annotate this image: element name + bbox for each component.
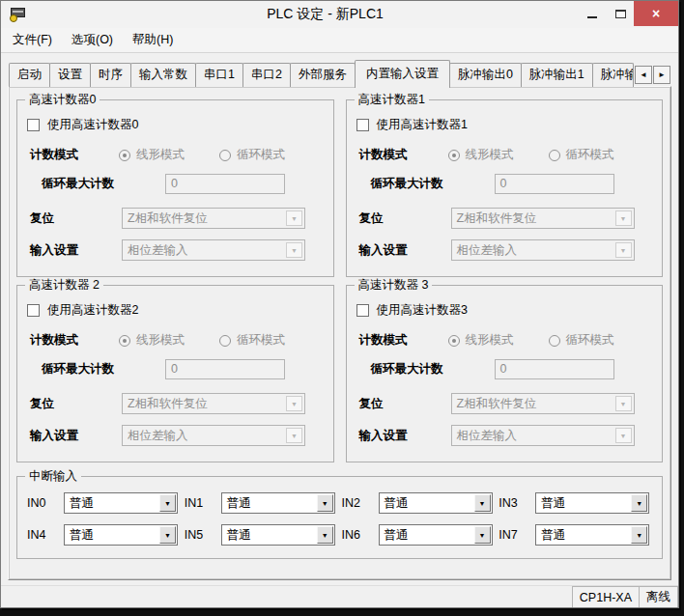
use-counter2-checkbox[interactable]	[27, 304, 40, 317]
in2-label: IN2	[342, 496, 371, 510]
tab-input-constant[interactable]: 输入常数	[130, 63, 196, 87]
tab-builtin-input-active[interactable]: 内置输入设置	[355, 60, 450, 88]
menu-file[interactable]: 文件(F)	[3, 28, 62, 52]
tab-startup[interactable]: 启动	[9, 63, 50, 87]
in7-label: IN7	[499, 528, 527, 542]
plc-app-icon	[9, 7, 28, 22]
input-setting-combobox[interactable]: 相位差输入 ▼	[451, 425, 635, 446]
group-title: 高速计数器 2	[25, 277, 103, 294]
radio-icon	[219, 150, 231, 161]
in3-combobox[interactable]: 普通 ▼	[535, 492, 649, 514]
statusbar: CP1H-XA 离线	[1, 585, 678, 607]
menu-help[interactable]: 帮助(H)	[123, 28, 183, 52]
radio-icon	[219, 335, 231, 347]
use-counter1-checkbox[interactable]	[356, 119, 369, 131]
chevron-down-icon: ▼	[286, 396, 302, 411]
chevron-down-icon: ▼	[615, 210, 632, 226]
ring-mode-radio[interactable]: 循环模式	[219, 332, 285, 349]
chevron-down-icon: ▼	[159, 526, 176, 544]
in6-label: IN6	[342, 528, 371, 542]
tab-timing[interactable]: 时序	[90, 63, 131, 87]
status-connection: 离线	[639, 586, 678, 607]
counter-group-0: 高速计数器0 使用高速计数器0 计数模式 线形模式 循环模式	[16, 99, 334, 277]
in6-combobox[interactable]: 普通 ▼	[379, 524, 493, 546]
tab-scroll-right-button[interactable]: ►	[653, 66, 670, 84]
reset-label: 复位	[359, 210, 451, 227]
tab-serial2[interactable]: 串口2	[242, 63, 291, 87]
ring-mode-radio[interactable]: 循环模式	[549, 332, 614, 349]
counter-group-2: 高速计数器 2 使用高速计数器2 计数模式 线形模式 循环模式	[16, 285, 334, 462]
close-button[interactable]: ×	[634, 1, 678, 26]
menubar: 文件(F) 选项(O) 帮助(H)	[1, 28, 678, 53]
builtin-input-tabpage: 高速计数器0 使用高速计数器0 计数模式 线形模式 循环模式	[8, 86, 671, 580]
in2-combobox[interactable]: 普通 ▼	[379, 492, 493, 514]
count-mode-label: 计数模式	[30, 147, 119, 163]
chevron-down-icon: ▼	[615, 242, 632, 258]
ring-mode-radio[interactable]: 循环模式	[549, 147, 614, 163]
input-setting-combobox[interactable]: 相位差输入 ▼	[122, 425, 305, 446]
in0-combobox[interactable]: 普通 ▼	[64, 492, 178, 514]
count-mode-label: 计数模式	[359, 147, 448, 163]
in1-label: IN1	[185, 496, 214, 510]
in0-label: IN0	[27, 496, 56, 510]
in1-combobox[interactable]: 普通 ▼	[221, 492, 335, 514]
reset-combobox[interactable]: Z相和软件复位 ▼	[451, 393, 635, 414]
input-setting-label: 输入设置	[359, 428, 451, 444]
window-title: PLC 设定 - 新PLC1	[34, 6, 578, 23]
tab-external-service[interactable]: 外部服务	[290, 63, 356, 87]
in5-combobox[interactable]: 普通 ▼	[221, 524, 335, 546]
group-title: 中断输入	[25, 468, 81, 485]
plc-settings-window: PLC 设定 - 新PLC1 × 文件(F) 选项(O) 帮助(H) 启动 设置…	[0, 0, 679, 608]
input-setting-combobox[interactable]: 相位差输入 ▼	[122, 239, 305, 261]
chevron-down-icon: ▼	[615, 396, 632, 411]
radio-icon	[549, 150, 560, 161]
count-mode-label: 计数模式	[30, 332, 119, 349]
ring-max-count-input[interactable]: 0	[495, 174, 614, 194]
use-counter0-checkbox[interactable]	[27, 119, 40, 131]
input-setting-combobox[interactable]: 相位差输入 ▼	[451, 239, 635, 261]
maximize-icon	[615, 10, 626, 18]
tab-serial1[interactable]: 串口1	[195, 63, 243, 87]
group-title: 高速计数器0	[25, 92, 100, 108]
menu-options[interactable]: 选项(O)	[62, 28, 123, 52]
minimize-icon	[587, 16, 597, 18]
chevron-down-icon: ▼	[631, 526, 647, 544]
ring-max-count-label: 循环最大计数	[42, 176, 165, 192]
linear-mode-radio[interactable]: 线形模式	[448, 147, 514, 163]
minimize-button[interactable]	[578, 1, 607, 26]
radio-selected-icon	[119, 150, 130, 161]
in7-combobox[interactable]: 普通 ▼	[535, 524, 649, 546]
radio-icon	[549, 335, 560, 347]
ring-mode-radio[interactable]: 循环模式	[219, 147, 285, 163]
ring-max-count-label: 循环最大计数	[371, 176, 495, 192]
count-mode-label: 计数模式	[359, 332, 448, 349]
radio-selected-icon	[448, 150, 460, 161]
in4-combobox[interactable]: 普通 ▼	[64, 524, 178, 546]
tab-settings[interactable]: 设置	[49, 63, 91, 87]
ring-max-count-input[interactable]: 0	[165, 174, 285, 194]
maximize-button[interactable]	[607, 1, 634, 26]
reset-combobox[interactable]: Z相和软件复位 ▼	[122, 208, 305, 229]
radio-selected-icon	[448, 335, 460, 347]
tab-pulse-output1[interactable]: 脉冲输出1	[521, 63, 593, 87]
in5-label: IN5	[185, 528, 214, 542]
linear-mode-radio[interactable]: 线形模式	[448, 332, 514, 349]
chevron-down-icon: ▼	[317, 526, 333, 544]
reset-label: 复位	[30, 210, 122, 227]
ring-max-count-input[interactable]: 0	[495, 359, 614, 379]
tab-pulse-output2-clipped[interactable]: 脉冲输	[592, 63, 634, 87]
use-counter2-label: 使用高速计数器2	[47, 302, 138, 319]
linear-mode-radio[interactable]: 线形模式	[119, 332, 185, 349]
use-counter3-checkbox[interactable]	[356, 304, 369, 317]
reset-combobox[interactable]: Z相和软件复位 ▼	[122, 393, 305, 414]
chevron-down-icon: ▼	[474, 494, 491, 512]
tab-pulse-output0[interactable]: 脉冲输出0	[449, 63, 522, 87]
tab-scroll-left-button[interactable]: ◄	[635, 66, 652, 84]
linear-mode-radio[interactable]: 线形模式	[119, 147, 185, 163]
chevron-down-icon: ▼	[286, 210, 302, 226]
ring-max-count-input[interactable]: 0	[165, 359, 285, 379]
status-device-type: CP1H-XA	[572, 586, 639, 607]
reset-combobox[interactable]: Z相和软件复位 ▼	[451, 208, 635, 229]
chevron-down-icon: ▼	[615, 428, 632, 443]
use-counter0-label: 使用高速计数器0	[47, 117, 138, 133]
